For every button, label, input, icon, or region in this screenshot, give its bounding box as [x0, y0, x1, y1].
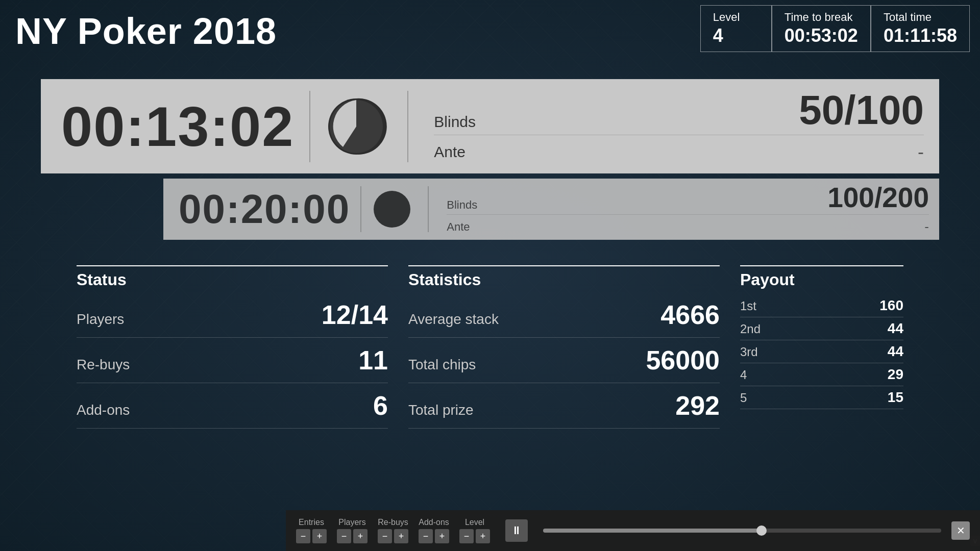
- time-to-break-panel: Time to break 00:53:02: [772, 5, 871, 52]
- next-ante-label: Ante: [447, 220, 470, 234]
- avg-stack-label: Average stack: [408, 311, 499, 328]
- addons-plus-button[interactable]: +: [435, 529, 449, 543]
- rebuys-row: Re-buys 11: [77, 345, 388, 383]
- main-divider-2: [407, 91, 408, 162]
- entries-buttons: − +: [296, 529, 327, 543]
- total-chips-row: Total chips 56000: [408, 345, 720, 383]
- entries-minus-button[interactable]: −: [296, 529, 310, 543]
- ante-row: Ante -: [434, 141, 924, 163]
- payout-row: 1st160: [740, 294, 903, 317]
- payout-amount: 29: [888, 366, 903, 383]
- rebuys-control: Re-buys − +: [378, 518, 408, 543]
- next-level-card: 00:20:00 Blinds 100/200 Ante -: [163, 179, 939, 240]
- level-minus-button[interactable]: −: [459, 529, 474, 543]
- rebuys-label: Re-buys: [77, 357, 130, 373]
- rebuys-ctrl-label: Re-buys: [378, 518, 408, 527]
- top-info-panels: Level 4 Time to break 00:53:02 Total tim…: [700, 5, 970, 52]
- addons-buttons: − +: [419, 529, 449, 543]
- payout-row: 3rd44: [740, 340, 903, 363]
- addons-ctrl-label: Add-ons: [419, 518, 449, 527]
- next-blinds-value: 100/200: [827, 184, 929, 212]
- total-time-panel: Total time 01:11:58: [871, 5, 970, 52]
- statistics-title: Statistics: [408, 265, 720, 289]
- total-time-value: 01:11:58: [884, 25, 957, 46]
- time-slider[interactable]: [543, 529, 941, 533]
- total-time-label: Total time: [884, 11, 957, 24]
- next-ante-value: -: [924, 219, 929, 235]
- next-blinds-section: Blinds 100/200 Ante -: [436, 179, 939, 240]
- control-bar: Entries − + Players − + Re-buys − + Add-…: [286, 510, 980, 551]
- level-ctrl-label: Level: [465, 518, 484, 527]
- next-timer: 00:20:00: [179, 186, 350, 233]
- level-panel: Level 4: [700, 5, 772, 52]
- rebuys-plus-button[interactable]: +: [394, 529, 408, 543]
- svg-point-2: [374, 191, 410, 228]
- payout-amount: 15: [888, 389, 903, 406]
- close-button[interactable]: ✕: [951, 521, 970, 540]
- addons-minus-button[interactable]: −: [419, 529, 433, 543]
- next-timer-icon: [372, 189, 412, 230]
- payout-row: 2nd44: [740, 317, 903, 340]
- entries-label: Entries: [299, 518, 324, 527]
- players-row: Players 12/14: [77, 299, 388, 338]
- blinds-value: 50/100: [799, 90, 924, 131]
- slider-container: [543, 529, 941, 533]
- rebuys-minus-button[interactable]: −: [378, 529, 392, 543]
- time-to-break-value: 00:53:02: [785, 25, 858, 46]
- addons-value: 6: [373, 390, 388, 421]
- current-timer-display: 00:13:02: [41, 94, 294, 159]
- avg-stack-row: Average stack 4666: [408, 299, 720, 338]
- next-timer-display: 00:20:00: [163, 186, 350, 233]
- total-prize-label: Total prize: [408, 402, 474, 418]
- entries-plus-button[interactable]: +: [312, 529, 327, 543]
- payout-place: 2nd: [740, 322, 761, 336]
- payout-row: 429: [740, 363, 903, 386]
- blinds-row: Blinds 50/100: [434, 90, 924, 135]
- next-blinds-row: Blinds 100/200: [447, 184, 929, 215]
- entries-control: Entries − +: [296, 518, 327, 543]
- payout-panel: Payout 1st1602nd443rd44429515: [740, 265, 903, 436]
- ante-value: -: [918, 141, 924, 163]
- ante-label: Ante: [434, 143, 465, 161]
- total-chips-value: 56000: [646, 345, 720, 375]
- players-plus-button[interactable]: +: [353, 529, 368, 543]
- payout-place: 1st: [740, 299, 756, 313]
- payout-place: 4: [740, 368, 747, 382]
- rebuys-buttons: − +: [378, 529, 408, 543]
- time-to-break-label: Time to break: [785, 11, 858, 24]
- level-value: 4: [713, 25, 759, 46]
- players-buttons: − +: [337, 529, 368, 543]
- players-control: Players − +: [337, 518, 368, 543]
- app-title: NY Poker 2018: [15, 10, 277, 52]
- blinds-label: Blinds: [434, 113, 476, 131]
- status-panel: Status Players 12/14 Re-buys 11 Add-ons …: [77, 265, 388, 436]
- players-label: Players: [77, 311, 124, 328]
- level-plus-button[interactable]: +: [476, 529, 490, 543]
- stats-section: Status Players 12/14 Re-buys 11 Add-ons …: [77, 265, 903, 436]
- payout-amount: 44: [888, 320, 903, 337]
- avg-stack-value: 4666: [660, 299, 720, 330]
- current-timer: 00:13:02: [61, 94, 294, 159]
- status-title: Status: [77, 265, 388, 289]
- next-divider-2: [428, 186, 429, 232]
- addons-row: Add-ons 6: [77, 390, 388, 429]
- next-divider-1: [360, 186, 361, 232]
- addons-label: Add-ons: [77, 402, 130, 418]
- players-ctrl-label: Players: [338, 518, 365, 527]
- total-chips-label: Total chips: [408, 357, 476, 373]
- level-control: Level − +: [459, 518, 490, 543]
- payout-title: Payout: [740, 265, 903, 289]
- current-blinds-section: Blinds 50/100 Ante -: [419, 82, 939, 170]
- players-minus-button[interactable]: −: [337, 529, 351, 543]
- payout-amount: 44: [888, 343, 903, 360]
- pause-button[interactable]: ⏸: [505, 519, 528, 542]
- total-prize-value: 292: [675, 390, 720, 421]
- next-ante-row: Ante -: [447, 219, 929, 235]
- level-buttons: − +: [459, 529, 490, 543]
- payout-row: 515: [740, 386, 903, 409]
- total-prize-row: Total prize 292: [408, 390, 720, 429]
- main-divider-1: [309, 91, 310, 162]
- level-label: Level: [713, 11, 759, 24]
- next-blinds-label: Blinds: [447, 198, 477, 212]
- addons-control: Add-ons − +: [419, 518, 449, 543]
